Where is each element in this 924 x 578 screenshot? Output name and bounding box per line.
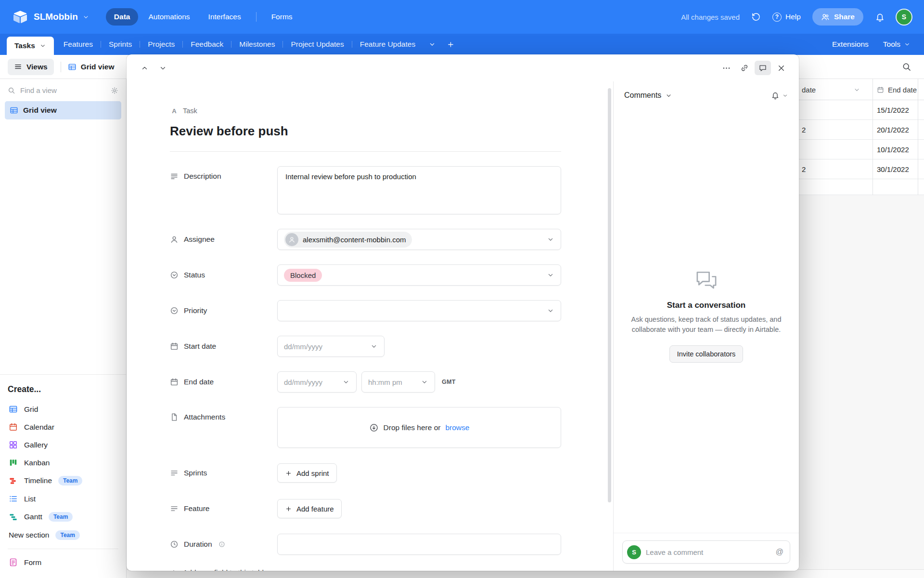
table-cell[interactable]: 20/1/2022 [877, 120, 909, 139]
assignee-email: alexsmith@content-mobbin.com [303, 236, 406, 244]
column-header-end-date[interactable]: End date [877, 79, 917, 100]
calendar-icon [170, 378, 179, 386]
title-divider [170, 151, 561, 152]
next-record-button[interactable] [154, 61, 171, 75]
find-view-input[interactable] [20, 86, 106, 94]
description-input[interactable]: Internal review before push to productio… [277, 166, 561, 214]
create-view-gallery[interactable]: Gallery [8, 436, 118, 454]
status-select[interactable]: Blocked [277, 264, 561, 286]
tab-sprints[interactable]: Sprints [101, 34, 140, 55]
comment-input[interactable] [646, 548, 771, 556]
create-view-form[interactable]: Form [8, 553, 118, 571]
record-title[interactable]: Review before push [170, 124, 561, 139]
create-view-grid[interactable]: Grid [8, 400, 118, 418]
create-view-gantt[interactable]: Gantt Team [8, 508, 118, 526]
tab-feedback[interactable]: Feedback [183, 34, 231, 55]
record-scrollbar[interactable] [608, 88, 611, 502]
notifications-button[interactable] [875, 12, 885, 22]
column-header-partial-date[interactable]: date [802, 79, 816, 100]
chevron-down-icon[interactable] [782, 92, 788, 99]
find-view-row [0, 79, 126, 100]
field-row-feature: Feature Add feature [170, 498, 561, 519]
tab-project-updates[interactable]: Project Updates [283, 34, 351, 55]
previous-record-button[interactable] [136, 61, 153, 75]
people-icon [821, 13, 830, 21]
current-view-button[interactable]: Grid view [68, 63, 115, 71]
add-sprint-button[interactable]: Add sprint [277, 463, 337, 483]
field-row-attachments: Attachments Drop files here or browse [170, 407, 561, 448]
workspace-switcher[interactable]: SLMobbin [34, 12, 90, 22]
history-button[interactable] [751, 12, 761, 22]
help-button[interactable]: Help [772, 13, 801, 22]
tab-label: Projects [148, 40, 175, 49]
field-label-duration: Duration [170, 540, 277, 549]
extensions-button[interactable]: Extensions [832, 40, 869, 49]
person-icon [170, 235, 179, 244]
end-time-input[interactable]: hh:mm pm [361, 371, 435, 393]
attachments-dropzone[interactable]: Drop files here or browse [277, 407, 561, 448]
add-field-button[interactable]: Add new field to this table [170, 566, 561, 571]
invite-collaborators-button[interactable]: Invite collaborators [669, 345, 744, 363]
create-new-section[interactable]: New section Team [8, 526, 118, 544]
duration-input[interactable] [277, 534, 561, 555]
create-view-kanban[interactable]: Kanban [8, 454, 118, 472]
share-button[interactable]: Share [812, 8, 863, 26]
view-item-grid-view[interactable]: Grid view [5, 101, 121, 119]
long-text-icon [170, 172, 179, 181]
record-menu-button[interactable] [718, 61, 734, 75]
comments-dropdown[interactable]: Comments [624, 91, 672, 100]
tab-label: Feature Updates [360, 40, 415, 49]
close-record-button[interactable] [773, 61, 789, 75]
nav-item-interfaces[interactable]: Interfaces [200, 8, 249, 26]
nav-item-automations[interactable]: Automations [140, 8, 198, 26]
search-button[interactable] [902, 62, 916, 72]
table-cell[interactable]: 2 [802, 120, 806, 139]
comments-header-right [771, 91, 788, 100]
start-date-input[interactable]: dd/mm/yyyy [277, 336, 385, 357]
grid-view-icon [10, 106, 18, 115]
priority-select[interactable] [277, 300, 561, 321]
tab-projects[interactable]: Projects [140, 34, 182, 55]
assignee-avatar [285, 233, 298, 246]
view-settings-button[interactable] [111, 87, 118, 94]
tab-overflow-button[interactable] [423, 34, 441, 55]
table-tabs-bar: Tasks Features Sprints Projects Feedback… [0, 34, 924, 55]
user-avatar[interactable]: S [897, 10, 911, 25]
views-toggle-button[interactable]: Views [8, 59, 54, 75]
list-icon [9, 494, 18, 503]
mention-icon[interactable] [776, 548, 783, 556]
nav-item-data[interactable]: Data [106, 8, 139, 26]
field-label-description: Description [170, 166, 277, 181]
table-cell[interactable]: 15/1/2022 [877, 100, 909, 119]
add-feature-button[interactable]: Add feature [277, 499, 342, 518]
tab-tasks[interactable]: Tasks [7, 37, 54, 55]
tab-features[interactable]: Features [56, 34, 101, 55]
tools-button[interactable]: Tools [883, 40, 911, 49]
airtable-logo-icon[interactable] [13, 9, 28, 25]
linked-records-icon [170, 469, 179, 477]
create-view-list[interactable]: List [8, 490, 118, 508]
bell-icon [875, 12, 885, 22]
toggle-comments-button[interactable] [755, 61, 771, 75]
copy-record-link-button[interactable] [736, 61, 753, 75]
create-item-label: Calendar [24, 423, 54, 432]
comment-notifications-button[interactable] [771, 91, 780, 100]
tab-feature-updates[interactable]: Feature Updates [352, 34, 423, 55]
create-view-calendar[interactable]: Calendar [8, 418, 118, 436]
table-cell[interactable]: 30/1/2022 [877, 159, 909, 179]
table-cell[interactable]: 10/1/2022 [877, 140, 909, 159]
table-cell[interactable]: 2 [802, 159, 806, 179]
add-table-button[interactable] [441, 34, 460, 55]
field-row-assignee: Assignee alexsmith@content-mobbin.com [170, 229, 561, 250]
tab-milestones[interactable]: Milestones [231, 34, 282, 55]
dropzone-text: Drop files here or [384, 423, 441, 432]
nav-item-forms[interactable]: Forms [263, 8, 301, 26]
column-header-label: End date [888, 86, 917, 94]
field-row-priority: Priority [170, 300, 561, 321]
browse-link[interactable]: browse [445, 423, 469, 432]
end-date-input[interactable]: dd/mm/yyyy [277, 371, 357, 393]
chevron-down-icon[interactable] [853, 86, 860, 93]
user-avatar: S [627, 545, 641, 559]
create-view-timeline[interactable]: Timeline Team [8, 472, 118, 490]
assignee-select[interactable]: alexsmith@content-mobbin.com [277, 229, 561, 250]
